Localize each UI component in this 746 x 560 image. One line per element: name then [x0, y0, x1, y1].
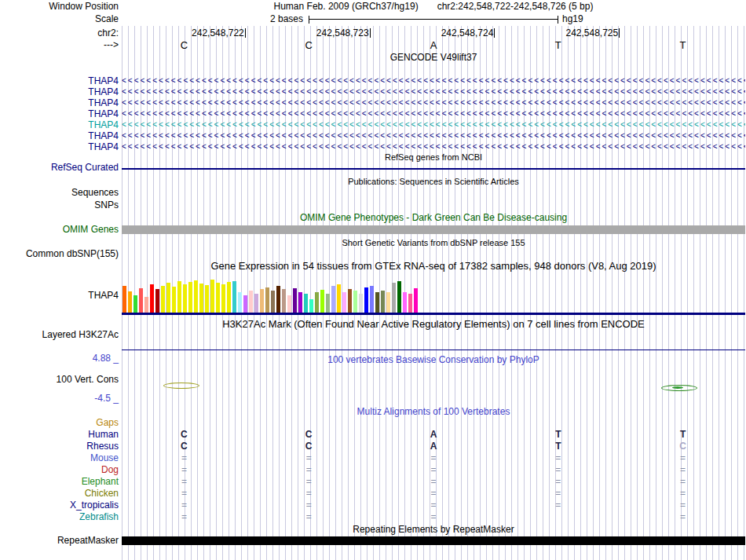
species-label-rhesus[interactable]: Rhesus [0, 441, 119, 452]
transcript-label[interactable]: THAP4 [0, 87, 119, 97]
gtex-bar[interactable] [342, 292, 346, 313]
transcript-arrows[interactable]: <<<<<<<<<<<<<<<<<<<<<<<<<<<<<<<<<<<<<<<<… [122, 109, 745, 119]
refseq-curated-line[interactable] [122, 168, 745, 170]
gtex-bar[interactable] [216, 283, 220, 313]
gtex-bar[interactable] [276, 286, 280, 313]
direction-label[interactable]: ---> [0, 40, 119, 50]
species-label-x_tropicalis[interactable]: X_tropicalis [0, 500, 119, 511]
transcript-label[interactable]: THAP4 [0, 131, 119, 141]
gtex-bar[interactable] [205, 285, 209, 313]
gtex-bar[interactable] [232, 281, 236, 313]
gtex-bar[interactable] [260, 289, 264, 313]
gtex-bar[interactable] [326, 294, 330, 313]
gtex-bar[interactable] [397, 281, 401, 313]
alignment-cell: C [172, 430, 196, 440]
gtex-bar[interactable] [243, 295, 247, 313]
gtex-bar[interactable] [128, 291, 132, 313]
species-label-zebrafish[interactable]: Zebrafish [0, 512, 119, 522]
gtex-bar[interactable] [315, 292, 319, 313]
gtex-title: Gene Expression in 54 tissues from GTEx … [122, 261, 745, 271]
species-label-chicken[interactable]: Chicken [0, 489, 119, 499]
gtex-bar[interactable] [375, 292, 379, 313]
gtex-baseline [122, 313, 745, 315]
gtex-bar[interactable] [199, 284, 203, 313]
alignment-cell: A [422, 430, 445, 440]
header-title: Human Feb. 2009 (GRCh37/hg19) chr2:242,5… [122, 2, 745, 12]
gtex-bar[interactable] [353, 291, 357, 313]
repeatmasker-title: Repeating Elements by RepeatMasker [122, 525, 745, 535]
gtex-bar[interactable] [188, 282, 192, 313]
repeatmasker-bar[interactable] [122, 536, 745, 545]
gtex-bar[interactable] [403, 292, 407, 313]
gtex-bar[interactable] [161, 286, 165, 313]
omim-genes-label[interactable]: OMIM Genes [0, 225, 119, 235]
alignment-cell: = [172, 500, 196, 511]
species-label-mouse[interactable]: Mouse [0, 453, 119, 463]
transcript-arrows[interactable]: <<<<<<<<<<<<<<<<<<<<<<<<<<<<<<<<<<<<<<<<… [122, 131, 745, 141]
gtex-bar[interactable] [298, 292, 302, 313]
gtex-bar[interactable] [320, 290, 324, 313]
gtex-bar[interactable] [177, 281, 181, 313]
gtex-bar[interactable] [287, 295, 291, 313]
gtex-bar[interactable] [337, 284, 341, 313]
gtex-bar[interactable] [348, 289, 352, 313]
gtex-bar[interactable] [364, 287, 368, 313]
gtex-bar[interactable] [166, 283, 170, 313]
refseq-curated-label[interactable]: RefSeq Curated [0, 163, 119, 173]
gtex-bar[interactable] [408, 294, 412, 313]
gtex-bar[interactable] [309, 299, 313, 313]
gtex-bar[interactable] [370, 286, 374, 313]
gtex-bar[interactable] [133, 295, 137, 313]
transcript-label[interactable]: THAP4 [0, 98, 119, 108]
transcript-arrows[interactable]: <<<<<<<<<<<<<<<<<<<<<<<<<<<<<<<<<<<<<<<<… [122, 76, 745, 86]
gtex-bar[interactable] [271, 291, 275, 313]
gtex-bar[interactable] [150, 284, 154, 313]
species-label-dog[interactable]: Dog [0, 465, 119, 475]
common-dbsnp-label[interactable]: Common dbSNP(155) [0, 249, 119, 259]
gtex-bar[interactable] [414, 288, 418, 313]
gtex-bar[interactable] [172, 287, 176, 313]
gtex-bar[interactable] [183, 284, 187, 313]
alignment-cell: = [671, 489, 695, 499]
gtex-bar[interactable] [249, 291, 253, 313]
gtex-expression-bars[interactable] [122, 277, 745, 313]
transcript-arrows[interactable]: <<<<<<<<<<<<<<<<<<<<<<<<<<<<<<<<<<<<<<<<… [122, 98, 745, 108]
gtex-bar[interactable] [386, 292, 390, 313]
gtex-bar[interactable] [238, 292, 242, 313]
gtex-gene-label[interactable]: THAP4 [0, 291, 119, 301]
scale-value: 2 bases [203, 14, 303, 24]
species-label-elephant[interactable]: Elephant [0, 477, 119, 487]
gtex-bar[interactable] [331, 286, 335, 313]
snps-label[interactable]: SNPs [0, 200, 119, 210]
gtex-bar[interactable] [254, 294, 258, 313]
gtex-bar[interactable] [221, 284, 225, 313]
gtex-bar[interactable] [359, 294, 363, 313]
gtex-bar[interactable] [123, 286, 126, 313]
transcript-arrows[interactable]: <<<<<<<<<<<<<<<<<<<<<<<<<<<<<<<<<<<<<<<<… [122, 87, 745, 97]
transcript-label[interactable]: THAP4 [0, 120, 119, 130]
sequences-label[interactable]: Sequences [0, 188, 119, 198]
gtex-bar[interactable] [265, 287, 269, 313]
gtex-bar[interactable] [155, 289, 159, 313]
species-label-gaps[interactable]: Gaps [0, 418, 119, 428]
omim-genes-bar[interactable] [122, 225, 745, 234]
transcript-arrows[interactable]: <<<<<<<<<<<<<<<<<<<<<<<<<<<<<<<<<<<<<<<<… [122, 142, 745, 152]
gtex-bar[interactable] [392, 283, 396, 313]
transcript-arrows[interactable]: <<<<<<<<<<<<<<<<<<<<<<<<<<<<<<<<<<<<<<<<… [122, 120, 745, 130]
transcript-label[interactable]: THAP4 [0, 76, 119, 86]
repeatmasker-label[interactable]: RepeatMasker [0, 536, 119, 546]
gtex-bar[interactable] [210, 280, 214, 313]
layered-h3k27ac-label[interactable]: Layered H3K27Ac [0, 330, 119, 340]
phylop-track-label[interactable]: 100 Vert. Cons [0, 375, 119, 385]
gtex-bar[interactable] [304, 294, 308, 313]
gtex-bar[interactable] [293, 288, 297, 313]
species-label-human[interactable]: Human [0, 430, 119, 440]
gtex-bar[interactable] [194, 280, 198, 313]
gtex-bar[interactable] [227, 282, 231, 313]
transcript-label[interactable]: THAP4 [0, 142, 119, 152]
gtex-bar[interactable] [282, 289, 286, 313]
gtex-bar[interactable] [381, 291, 385, 313]
gtex-bar[interactable] [144, 297, 148, 313]
transcript-label[interactable]: THAP4 [0, 109, 119, 119]
gtex-bar[interactable] [139, 288, 143, 313]
